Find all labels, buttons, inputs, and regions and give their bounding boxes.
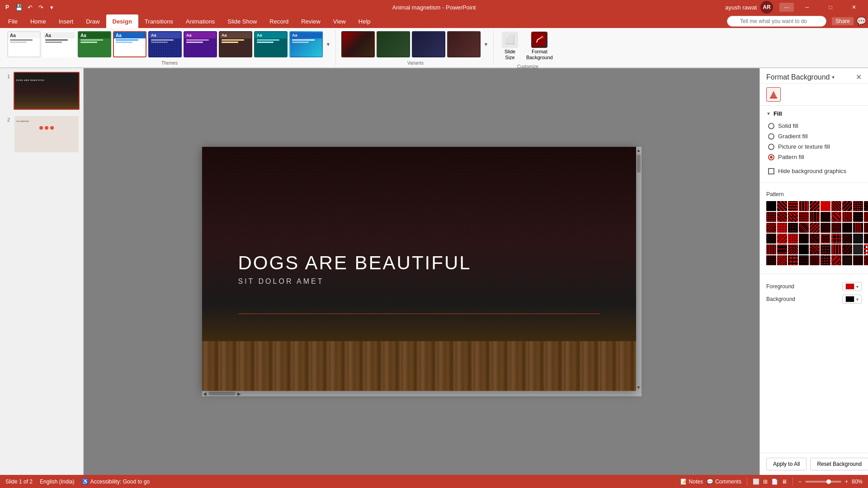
pattern-fill-radio[interactable]: [768, 154, 774, 160]
tab-home[interactable]: Home: [24, 14, 52, 28]
pattern-45[interactable]: [810, 244, 820, 254]
tab-slideshow[interactable]: Slide Show: [221, 14, 263, 28]
pattern-21[interactable]: [766, 223, 776, 233]
pattern-44[interactable]: [799, 244, 809, 254]
redo-button[interactable]: ↷: [36, 3, 45, 12]
theme-default[interactable]: Aa: [7, 31, 41, 57]
fill-section-header[interactable]: ▼ Fill: [766, 110, 862, 117]
pattern-33[interactable]: [788, 234, 798, 244]
picture-fill-option[interactable]: Picture or texture fill: [768, 143, 860, 150]
solid-fill-radio[interactable]: [768, 123, 774, 129]
variants-scroll-down[interactable]: ▼: [482, 42, 490, 47]
comments-button[interactable]: 💬 Comments: [707, 479, 741, 485]
save-button[interactable]: 💾: [14, 3, 24, 12]
pattern-20[interactable]: [864, 212, 868, 222]
theme-7[interactable]: Aa: [219, 31, 252, 57]
format-background-button[interactable]: FormatBackground: [523, 30, 557, 62]
canvas-scroll-vertical[interactable]: ▲ ▼: [636, 147, 642, 391]
scroll-right-arrow[interactable]: ▶: [237, 391, 241, 396]
tab-help[interactable]: Help: [352, 14, 377, 28]
background-color-picker[interactable]: ▾: [842, 295, 862, 304]
variant-2[interactable]: [377, 31, 410, 57]
minimize-button[interactable]: ─: [797, 0, 817, 14]
reset-background-button[interactable]: Reset Background: [810, 458, 868, 470]
pattern-37[interactable]: [831, 234, 841, 244]
pattern-60[interactable]: [864, 255, 868, 265]
undo-button[interactable]: ↶: [25, 3, 34, 12]
variant-1[interactable]: [341, 31, 375, 57]
ribbon-display-button[interactable]: ⋯: [779, 3, 794, 12]
tab-view[interactable]: View: [327, 14, 352, 28]
scroll-left-arrow[interactable]: ◀: [203, 391, 207, 396]
pattern-31[interactable]: [766, 234, 776, 244]
pattern-8[interactable]: [842, 201, 852, 211]
tab-draw[interactable]: Draw: [80, 14, 106, 28]
pattern-fill-option[interactable]: Pattern fill: [768, 154, 860, 160]
zoom-in-button[interactable]: +: [845, 479, 848, 485]
tab-file[interactable]: File: [2, 14, 24, 28]
pattern-16[interactable]: [821, 212, 830, 222]
pattern-22[interactable]: [777, 223, 787, 233]
pattern-7[interactable]: [831, 201, 841, 211]
pattern-54[interactable]: [799, 255, 809, 265]
theme-3[interactable]: Aa: [78, 31, 111, 57]
gradient-fill-radio[interactable]: [768, 133, 774, 140]
pattern-24[interactable]: [799, 223, 809, 233]
search-input[interactable]: [727, 16, 826, 27]
close-button[interactable]: ✕: [844, 0, 864, 14]
themes-scroll-down[interactable]: ▼: [325, 42, 332, 47]
apply-to-all-button[interactable]: Apply to All: [766, 458, 807, 470]
theme-6[interactable]: Aa: [184, 31, 217, 57]
pattern-53[interactable]: [788, 255, 798, 265]
notes-button[interactable]: 📝 Notes: [680, 479, 703, 485]
presenter-view-button[interactable]: 🖥: [782, 479, 787, 485]
tab-design[interactable]: Design: [106, 14, 138, 28]
pattern-34[interactable]: [799, 234, 809, 244]
pattern-58[interactable]: [842, 255, 852, 265]
pattern-19[interactable]: [853, 212, 863, 222]
pattern-4[interactable]: [799, 201, 809, 211]
pattern-15[interactable]: [810, 212, 820, 222]
slide-thumbnail-2[interactable]: THE LOREM IPSUM: [14, 115, 80, 153]
pattern-42[interactable]: [777, 244, 787, 254]
pattern-57[interactable]: [831, 255, 841, 265]
slide-item-2[interactable]: 2 THE LOREM IPSUM: [4, 115, 80, 153]
pattern-49[interactable]: [853, 244, 863, 254]
canvas-scroll-horizontal[interactable]: ◀ ▶: [202, 391, 642, 396]
restore-button[interactable]: □: [820, 0, 841, 14]
hide-bg-checkbox[interactable]: [768, 168, 774, 174]
slide-size-button[interactable]: ⬜ SlideSize: [499, 30, 521, 62]
theme-9[interactable]: Aa: [289, 31, 323, 57]
share-button[interactable]: Share: [832, 17, 854, 25]
theme-4[interactable]: Aa: [113, 31, 146, 57]
theme-8[interactable]: Aa: [254, 31, 288, 57]
pattern-1[interactable]: [766, 201, 776, 211]
pattern-43[interactable]: [788, 244, 798, 254]
pattern-25[interactable]: [810, 223, 820, 233]
pattern-32[interactable]: [777, 234, 787, 244]
pattern-46[interactable]: [821, 244, 830, 254]
pattern-11[interactable]: [766, 212, 776, 222]
comments-icon[interactable]: 💬: [856, 16, 866, 26]
pattern-10[interactable]: [864, 201, 868, 211]
variant-4[interactable]: [447, 31, 481, 57]
pattern-38[interactable]: [842, 234, 852, 244]
scroll-thumb-v[interactable]: [637, 155, 641, 173]
theme-2[interactable]: Aa: [42, 31, 76, 57]
slide-item-1[interactable]: 1 DOGS ARE BEAUTIFUL: [4, 72, 80, 110]
slide-sorter-button[interactable]: ⊞: [763, 479, 768, 485]
pattern-17[interactable]: [831, 212, 841, 222]
pattern-2[interactable]: [777, 201, 787, 211]
tab-record[interactable]: Record: [263, 14, 295, 28]
pattern-12[interactable]: [777, 212, 787, 222]
pattern-56[interactable]: [821, 255, 830, 265]
pattern-50[interactable]: [864, 244, 868, 254]
pattern-29[interactable]: [853, 223, 863, 233]
pattern-30[interactable]: [864, 223, 868, 233]
pattern-59[interactable]: [853, 255, 863, 265]
pattern-35[interactable]: [810, 234, 820, 244]
pattern-51[interactable]: [766, 255, 776, 265]
theme-5[interactable]: Aa: [148, 31, 182, 57]
pattern-27[interactable]: [831, 223, 841, 233]
normal-view-button[interactable]: ⬜: [753, 479, 760, 485]
